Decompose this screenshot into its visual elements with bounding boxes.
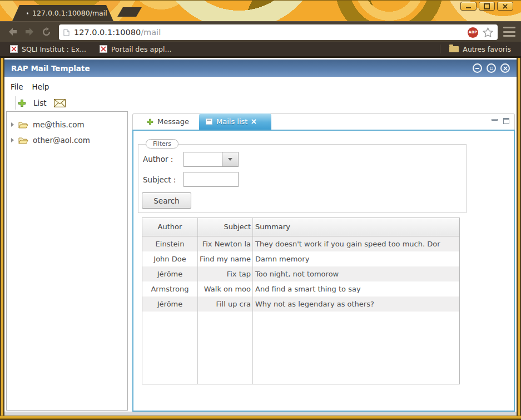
table-row[interactable]: John Doe Find my name Damn memory (142, 251, 459, 266)
table-header-row: Author Subject Summary (142, 218, 459, 236)
bookmarks-bar: SQLI Institut : Ex... Portail des appl..… (0, 42, 521, 58)
table-row[interactable]: Jérôme Fill up cra Why not as legendary … (142, 297, 459, 312)
bookmarks-divider (440, 45, 440, 53)
cell-summary: They doesn't work if you gain speed too … (253, 236, 459, 251)
tab-label: Mails list (216, 117, 247, 126)
forward-icon (24, 27, 34, 36)
close-icon (503, 4, 508, 9)
author-combo[interactable] (183, 152, 239, 167)
window-close-button[interactable] (497, 2, 513, 11)
cell-subject: Find my name (198, 251, 253, 266)
window-edge (0, 58, 4, 420)
table-row[interactable]: Jérôme Fix tap Too night, not tomorow (142, 266, 459, 281)
chevron-right-icon[interactable] (11, 122, 14, 127)
column-header-author[interactable]: Author (142, 218, 198, 236)
reload-button[interactable] (39, 24, 53, 39)
bookmark-item[interactable]: SQLI Institut : Ex... (6, 45, 91, 53)
back-icon (8, 27, 18, 36)
tab-mails-list[interactable]: Mails list (199, 113, 271, 130)
cell-author: Armstrong (142, 281, 198, 297)
folder-icon (449, 46, 459, 52)
cell-subject: Fix Newton la (198, 236, 253, 251)
page-icon (27, 9, 28, 17)
app-toolbar: List (4, 95, 66, 111)
minimize-icon (475, 68, 479, 69)
add-icon (147, 118, 153, 125)
table-empty-area (142, 312, 459, 384)
mails-list-panel: Filters Author : Subject : Search Author… (132, 130, 515, 412)
account-label: other@aol.com (33, 136, 90, 145)
tab-message[interactable]: Message (139, 113, 197, 130)
bookmark-label: SQLI Institut : Ex... (22, 45, 86, 53)
url-text[interactable]: 127.0.0.1:10080/mail (74, 28, 463, 37)
bookmark-label: Portail des appl... (111, 45, 171, 53)
subject-input[interactable] (183, 172, 239, 187)
panel-maximize-icon[interactable] (503, 118, 509, 124)
subject-label: Subject : (143, 175, 176, 184)
tab-title: 127.0.0.1:10080/mail (32, 9, 107, 17)
page-icon (63, 29, 70, 36)
table-row[interactable]: Einstein Fix Newton la They doesn't work… (142, 236, 459, 251)
chevron-right-icon[interactable] (11, 138, 14, 142)
forward-button[interactable] (22, 24, 37, 39)
maximize-icon (490, 67, 493, 70)
cell-subject: Fill up cra (198, 297, 253, 312)
menu-file[interactable]: File (11, 82, 23, 91)
tab-close-icon[interactable] (251, 119, 256, 124)
mail-table: Author Subject Summary Einstein Fix Newt… (142, 218, 460, 384)
app-header: RAP Mail Template (4, 60, 517, 77)
bookmark-star-icon[interactable] (483, 27, 493, 37)
reload-icon (42, 27, 51, 37)
tree-item-account[interactable]: other@aol.com (7, 132, 127, 148)
cell-summary: Damn memory (253, 251, 459, 266)
search-button[interactable]: Search (142, 192, 191, 209)
window-minimize-button[interactable] (460, 2, 477, 11)
app-title: RAP Mail Template (11, 64, 90, 73)
cell-summary: Why not as legendary as others? (253, 297, 459, 312)
cell-author: Einstein (142, 236, 198, 251)
other-bookmarks-button[interactable]: Autres favoris (445, 45, 515, 53)
combo-dropdown-button[interactable] (222, 152, 238, 166)
mail-envelope-icon[interactable] (54, 99, 66, 107)
browser-tab[interactable]: 127.0.0.1:10080/mail (12, 5, 113, 21)
cell-author: John Doe (142, 251, 198, 266)
window-maximize-button[interactable] (479, 2, 495, 11)
cell-summary: Too night, not tomorow (253, 266, 459, 281)
column-header-subject[interactable]: Subject (198, 218, 253, 236)
app-maximize-button[interactable] (487, 63, 496, 73)
cell-summary: And find a smart thing to say (253, 281, 459, 297)
cell-author: Jérôme (142, 266, 198, 281)
broken-favicon-icon (100, 45, 107, 53)
account-label: me@this.com (33, 120, 85, 129)
table-row[interactable]: Armstrong Walk on moo And find a smart t… (142, 281, 459, 297)
list-button[interactable]: List (33, 98, 47, 107)
filters-legend: Filters (146, 139, 178, 149)
cell-subject: Walk on moo (198, 281, 253, 297)
adblock-icon[interactable]: ABP (468, 27, 478, 38)
url-host: 127.0.0.1:10080 (74, 28, 141, 37)
app-minimize-button[interactable] (473, 63, 482, 73)
cell-author: Jérôme (142, 297, 198, 312)
maximize-icon (484, 3, 490, 9)
menu-help[interactable]: Help (32, 82, 49, 91)
app-menubar: File Help (4, 80, 49, 93)
main-area: Message Mails list Filters Author : Subj… (132, 113, 515, 412)
address-bar[interactable]: 127.0.0.1:10080/mail ABP (59, 24, 498, 40)
window-edge (517, 58, 521, 420)
broken-favicon-icon (10, 45, 18, 53)
bookmark-item[interactable]: Portail des appl... (95, 45, 176, 53)
tree-item-account[interactable]: me@this.com (7, 117, 127, 132)
app-close-button[interactable] (500, 63, 510, 73)
filters-groupbox: Filters Author : Subject : Search (138, 144, 467, 213)
column-header-summary[interactable]: Summary (253, 218, 459, 236)
chrome-menu-button[interactable] (503, 27, 515, 37)
author-label: Author : (143, 155, 173, 164)
panel-controls (492, 118, 509, 124)
page-bottom-strip (4, 412, 517, 416)
back-button[interactable] (6, 24, 20, 39)
panel-minimize-icon[interactable] (492, 119, 498, 121)
minimize-icon (466, 7, 471, 8)
folder-icon (18, 121, 28, 129)
add-icon[interactable] (18, 99, 26, 107)
window-controls (460, 2, 513, 11)
